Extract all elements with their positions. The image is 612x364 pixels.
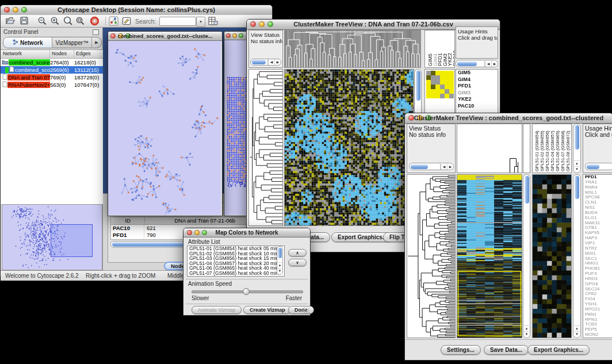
export-graphics-button[interactable]: Export Graphics... — [527, 345, 590, 355]
save-data-button[interactable]: Save Data... — [484, 345, 529, 355]
gene-label[interactable]: PAC10 — [456, 103, 498, 110]
gene-label[interactable]: YSH1 — [583, 302, 612, 307]
network-row[interactable]: combined_scores 2764(0) 16218(0) — [1, 59, 103, 66]
gene-label[interactable]: PAN1 — [583, 312, 612, 317]
tv2-heatmap-vscrollbar[interactable]: ▲▼ — [523, 174, 530, 338]
gene-label[interactable]: FIG4 — [583, 297, 612, 302]
minimize-icon[interactable] — [232, 33, 237, 38]
search-dropdown-button[interactable]: ▼ — [196, 17, 205, 27]
tv2-zoom-heatmap[interactable] — [532, 174, 572, 338]
gene-label[interactable]: GTB1 — [583, 225, 612, 231]
gene-label[interactable]: MON2 — [583, 332, 612, 338]
attribute-list-scrollbar[interactable]: ▲▼ — [277, 246, 283, 275]
gene-label[interactable]: GPI16 — [583, 282, 612, 287]
gene-label[interactable]: RNR4 — [583, 185, 612, 190]
array-label[interactable]: GPL51-03 (GSM856) — [545, 131, 550, 171]
resize-grip[interactable] — [303, 308, 309, 315]
tree-header-edges[interactable]: Edges — [74, 50, 103, 58]
gene-label[interactable]: PUF3 — [583, 271, 612, 277]
gene-label[interactable]: HAP3 — [583, 236, 612, 241]
gene-label[interactable]: VIP1 — [583, 241, 612, 246]
tv1-column-dendrogram[interactable] — [284, 30, 421, 68]
tv1-row-dendrogram[interactable] — [248, 69, 283, 226]
birds-eye-view[interactable] — [2, 204, 102, 270]
gene-label[interactable]: HRD3 — [583, 277, 612, 282]
close-icon[interactable] — [226, 33, 231, 38]
attribute-listbox[interactable]: GPL51-01 (GSM854) heat shock 05 minGPL51… — [187, 246, 285, 277]
dialog-title-bar[interactable]: Map Colors to Network — [183, 228, 310, 237]
tab-overflow-button[interactable]: ▶ — [92, 37, 101, 48]
tree-header-nodes[interactable]: Nodes — [50, 50, 74, 58]
zoom-fit-icon[interactable] — [75, 16, 86, 28]
attribute-item[interactable]: GPL51-07 (GSM868) heat shock 60 min — [188, 271, 284, 276]
network-row[interactable]: DNA and Tran 07 769(0) 183728(0) — [1, 74, 103, 81]
network-row-selected[interactable]: combined_sco 2569(6) 13112(15) — [1, 66, 103, 74]
attribute-item[interactable]: GPL51-04 (GSM857) heat shock 20 min — [188, 261, 284, 266]
zoom-window-icon[interactable] — [239, 33, 243, 38]
zoom-out-icon[interactable] — [37, 16, 48, 28]
gene-label[interactable]: PFD1 — [583, 175, 612, 180]
gene-label[interactable]: GIM3 — [456, 90, 498, 97]
tree-header-network[interactable]: Network — [1, 50, 50, 58]
network-row[interactable]: RNAPuberNov2+ 563(0) 107847(0) — [1, 81, 103, 89]
save-icon[interactable] — [20, 16, 29, 28]
gene-label[interactable]: PHO81 — [583, 266, 612, 271]
gene-label[interactable]: MSI1 — [583, 251, 612, 256]
gene-label[interactable]: YKE2 — [456, 96, 498, 103]
network2-canvas[interactable] — [224, 40, 248, 215]
table-import-icon[interactable] — [208, 16, 218, 28]
zoom-in-icon[interactable] — [50, 16, 60, 28]
tab-vizmapper[interactable]: VizMapper™ — [52, 37, 92, 48]
gene-label[interactable]: MSL1 — [583, 190, 612, 196]
tv2-collabel-scrollbar[interactable]: ▲▼ — [573, 124, 581, 173]
float-panel-icon[interactable] — [93, 29, 99, 35]
array-label[interactable]: GPL51-06 (GSM865) — [555, 131, 560, 171]
gene-label[interactable]: SPC98 — [583, 195, 612, 200]
animate-vizmap-button[interactable]: Animate Vizmap — [192, 306, 242, 314]
animation-slider[interactable] — [192, 290, 303, 293]
gene-label[interactable]: YRA1 — [583, 180, 612, 185]
gene-label[interactable]: CPA2 — [583, 292, 612, 297]
gene-label[interactable]: SEC1 — [583, 256, 612, 262]
datapanel-col-id[interactable]: ID — [111, 217, 145, 224]
tv2-usage-scrollbar[interactable] — [585, 163, 612, 170]
slider-thumb[interactable] — [243, 288, 250, 295]
array-label[interactable]: GPL51-07 (GSM868) — [560, 131, 565, 171]
gene-label[interactable]: ELG1 — [583, 216, 612, 221]
gene-label[interactable]: PFD1 — [456, 83, 498, 90]
gene-label[interactable]: HMG1 — [583, 261, 612, 266]
gene-label[interactable]: TCB3 — [583, 322, 612, 327]
help-ring-icon[interactable] — [90, 16, 100, 28]
search-input[interactable] — [159, 17, 196, 26]
vizmapper-icon[interactable] — [109, 16, 118, 28]
network1-canvas[interactable] — [108, 41, 221, 215]
annotation-icon[interactable] — [122, 16, 132, 28]
array-label[interactable]: GPL51-04 (GSM857) — [550, 131, 555, 171]
attribute-item[interactable]: GPL51-06 (GSM865) heat shock 40 min — [188, 266, 284, 271]
open-icon[interactable] — [5, 16, 16, 28]
array-label[interactable]: GPL51-01 (GSM854) — [534, 131, 540, 171]
tv2-column-dendrogram[interactable] — [457, 124, 522, 173]
attribute-item[interactable]: GPL51-03 (GSM856) heat shock 15 min — [188, 256, 284, 261]
gene-label[interactable]: BUD4 — [583, 210, 612, 216]
gene-label[interactable]: GIM4 — [456, 76, 498, 83]
tv1-usage-scrollbar[interactable]: ◀▶ — [456, 60, 498, 67]
network1-title-bar[interactable]: combined_scores_good.txt--cluste... — [108, 32, 222, 41]
tv2-status-scrollbar[interactable]: ◀▶ — [409, 163, 454, 170]
zoom-selected-icon[interactable] — [63, 16, 74, 28]
gene-label[interactable]: KAP95 — [583, 231, 612, 236]
gene-label[interactable]: CLN1 — [583, 200, 612, 205]
done-button[interactable]: Done — [288, 306, 314, 314]
attribute-item[interactable]: GPL51-02 (GSM855) heat shock 10 min — [188, 251, 284, 256]
tv1-status-scrollbar[interactable]: ◀▶ — [250, 59, 281, 66]
gene-label[interactable]: PEP5 — [583, 327, 612, 332]
gene-label[interactable]: MAK31 — [583, 221, 612, 226]
treeview2-title-bar[interactable]: ClusterMaker TreeView : combined_scores_… — [405, 113, 612, 124]
settings-button[interactable]: Settings... — [441, 345, 481, 355]
tv1-heatmap[interactable] — [284, 69, 414, 226]
gene-label[interactable]: NIS1 — [583, 205, 612, 210]
gene-label[interactable]: SEC24 — [583, 287, 612, 292]
tab-network[interactable]: Network — [3, 37, 52, 48]
tv2-heatmap[interactable] — [457, 174, 522, 338]
gene-label[interactable]: RPN1 — [583, 317, 612, 323]
